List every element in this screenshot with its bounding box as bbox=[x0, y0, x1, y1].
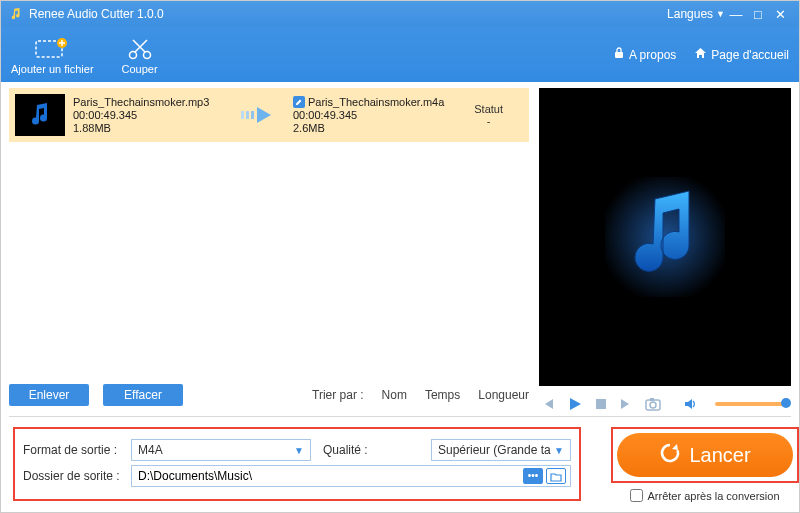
scissors-icon bbox=[127, 35, 153, 63]
close-button[interactable]: ✕ bbox=[769, 7, 791, 22]
play-button[interactable] bbox=[567, 396, 583, 412]
status-value: - bbox=[474, 115, 503, 127]
svg-rect-9 bbox=[596, 399, 606, 409]
app-title: Renee Audio Cutter 1.0.0 bbox=[29, 7, 657, 21]
output-settings: Format de sortie : M4A ▼ Qualité : Supér… bbox=[13, 427, 581, 501]
about-link[interactable]: A propos bbox=[613, 47, 676, 62]
launch-button[interactable]: Lancer bbox=[617, 433, 793, 477]
output-info: Paris_Thechainsmoker.m4a 00:00:49.345 2.… bbox=[293, 96, 453, 134]
clear-button[interactable]: Effacer bbox=[103, 384, 183, 406]
chevron-down-icon: ▼ bbox=[554, 445, 564, 456]
source-info: Paris_Thechainsmoker.mp3 00:00:49.345 1.… bbox=[73, 96, 233, 134]
sort-by-name[interactable]: Nom bbox=[382, 388, 407, 402]
home-icon bbox=[694, 47, 707, 62]
source-duration: 00:00:49.345 bbox=[73, 109, 233, 121]
source-filename: Paris_Thechainsmoker.mp3 bbox=[73, 96, 233, 108]
chevron-down-icon: ▼ bbox=[716, 9, 725, 19]
chevron-down-icon: ▼ bbox=[294, 445, 304, 456]
preview-pane bbox=[539, 88, 791, 416]
output-filename: Paris_Thechainsmoker.m4a bbox=[308, 96, 444, 108]
svg-point-3 bbox=[143, 51, 150, 58]
toolbar: Ajouter un fichier Couper A propos Page … bbox=[1, 27, 799, 82]
cut-button[interactable]: Couper bbox=[122, 35, 158, 75]
lock-icon bbox=[613, 47, 625, 62]
list-actions: Enlever Effacer Trier par : Nom Temps Lo… bbox=[9, 378, 529, 416]
output-size: 2.6MB bbox=[293, 122, 453, 134]
snapshot-button[interactable] bbox=[645, 397, 661, 411]
volume-icon[interactable] bbox=[683, 397, 697, 411]
more-button[interactable]: ••• bbox=[523, 468, 543, 484]
browse-button[interactable] bbox=[546, 468, 566, 484]
sort-by-time[interactable]: Temps bbox=[425, 388, 460, 402]
format-dropdown[interactable]: M4A ▼ bbox=[131, 439, 311, 461]
filmstrip-add-icon bbox=[35, 35, 69, 63]
folder-input[interactable] bbox=[138, 469, 520, 483]
output-folder-field[interactable]: ••• bbox=[131, 465, 571, 487]
svg-rect-5 bbox=[241, 111, 244, 119]
status-header: Statut bbox=[474, 103, 503, 115]
titlebar: Renee Audio Cutter 1.0.0 Langues ▼ — □ ✕ bbox=[1, 1, 799, 27]
maximize-button[interactable]: □ bbox=[747, 7, 769, 22]
svg-rect-6 bbox=[246, 111, 249, 119]
arrow-icon bbox=[233, 105, 293, 125]
preview-box bbox=[539, 88, 791, 386]
minimize-button[interactable]: — bbox=[725, 7, 747, 22]
file-list: Paris_Thechainsmoker.mp3 00:00:49.345 1.… bbox=[9, 88, 529, 378]
stop-after-checkbox[interactable]: Arrêter après la conversion bbox=[630, 489, 779, 502]
refresh-icon bbox=[659, 442, 681, 469]
file-row[interactable]: Paris_Thechainsmoker.mp3 00:00:49.345 1.… bbox=[9, 88, 529, 142]
output-duration: 00:00:49.345 bbox=[293, 109, 453, 121]
stop-after-input[interactable] bbox=[630, 489, 643, 502]
volume-slider[interactable] bbox=[715, 402, 789, 406]
svg-point-11 bbox=[650, 402, 656, 408]
app-logo-icon bbox=[9, 7, 23, 21]
edit-icon[interactable] bbox=[293, 96, 305, 108]
file-pane: Paris_Thechainsmoker.mp3 00:00:49.345 1.… bbox=[9, 88, 529, 416]
quality-label: Qualité : bbox=[323, 443, 425, 457]
svg-rect-4 bbox=[615, 52, 623, 58]
source-size: 1.88MB bbox=[73, 122, 233, 134]
add-file-button[interactable]: Ajouter un fichier bbox=[11, 35, 94, 75]
stop-button[interactable] bbox=[595, 398, 607, 410]
format-label: Format de sortie : bbox=[23, 443, 125, 457]
sort-label: Trier par : bbox=[312, 388, 364, 402]
svg-point-2 bbox=[129, 51, 136, 58]
sort-by-length[interactable]: Longueur bbox=[478, 388, 529, 402]
player-bar bbox=[539, 386, 791, 416]
status-column: Statut - bbox=[474, 103, 523, 127]
remove-button[interactable]: Enlever bbox=[9, 384, 89, 406]
language-dropdown[interactable]: Langues ▼ bbox=[667, 7, 725, 21]
svg-rect-12 bbox=[650, 398, 654, 401]
prev-button[interactable] bbox=[541, 397, 555, 411]
folder-label: Dossier de sorite : bbox=[23, 469, 125, 483]
quality-dropdown[interactable]: Supérieur (Grande ta ▼ bbox=[431, 439, 571, 461]
next-button[interactable] bbox=[619, 397, 633, 411]
file-thumbnail bbox=[15, 94, 65, 136]
homepage-link[interactable]: Page d'accueil bbox=[694, 47, 789, 62]
svg-rect-7 bbox=[251, 111, 254, 119]
